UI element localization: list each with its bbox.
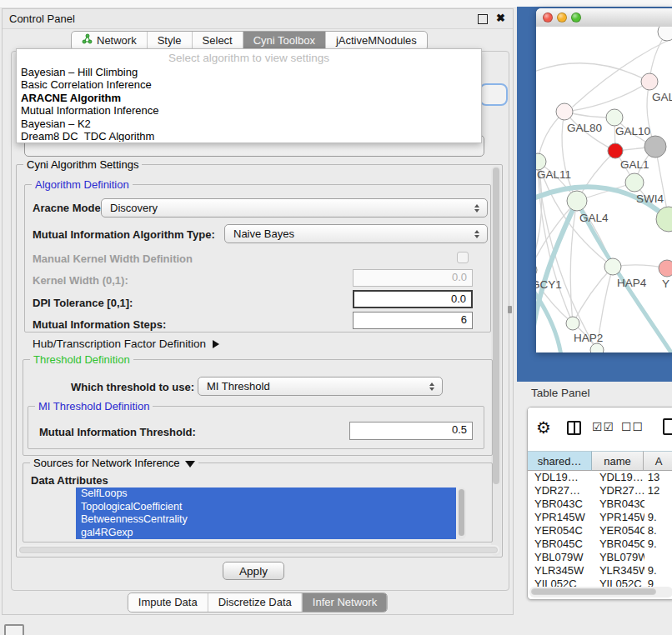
tab-network[interactable]: Network: [72, 32, 147, 50]
table-row[interactable]: YER054CYER054C8.: [528, 524, 672, 538]
unchecked-boxes-icon[interactable]: ☐☐: [621, 420, 644, 433]
network-node-GAL80[interactable]: [556, 103, 573, 120]
settings-horizontal-scrollbar[interactable]: [18, 545, 499, 554]
table-row[interactable]: YBR043CYBR043C: [528, 498, 672, 511]
table-row[interactable]: YBL079WYBL079W: [528, 551, 672, 564]
inference-algorithm-combo-fragment[interactable]: [479, 83, 508, 106]
network-node-node-bottom[interactable]: [590, 343, 604, 352]
network-node-label: HAP2: [574, 332, 603, 344]
expanded-arrow-icon: [185, 461, 195, 468]
float-window-icon[interactable]: [478, 14, 488, 24]
network-node-node-green-1[interactable]: [625, 173, 644, 192]
tab-jactivemnodules[interactable]: jActiveMNodules: [325, 32, 427, 50]
manual-kernel-checkbox[interactable]: [457, 252, 469, 263]
network-node-GAL4[interactable]: [567, 191, 587, 211]
sources-group-title[interactable]: Sources for Network Inference: [30, 457, 198, 469]
network-node-HAP2[interactable]: [566, 317, 579, 330]
dpi-tolerance-field[interactable]: 0.0: [353, 290, 473, 308]
aracne-mode-value: Discovery: [110, 202, 158, 214]
checked-boxes-icon[interactable]: ☑☑: [592, 420, 614, 433]
aracne-mode-label: Aracne Mode:: [33, 202, 104, 214]
combo-arrows-icon: [429, 382, 434, 391]
close-icon[interactable]: ✖: [496, 12, 505, 24]
network-node-GAL[interactable]: [641, 73, 658, 90]
tab-discretize-data[interactable]: Discretize Data: [208, 593, 302, 612]
table-row[interactable]: YLR345WYLR345W9.: [528, 564, 672, 578]
aracne-mode-select[interactable]: Discovery: [101, 198, 488, 218]
table-row[interactable]: YPR145WYPR145W9.: [528, 511, 672, 524]
table-horizontal-scrollbar-thumb[interactable]: [531, 588, 656, 595]
network-node-GCY1[interactable]: [536, 262, 537, 278]
data-attribute-item[interactable]: gal4RGexp: [76, 527, 456, 540]
network-window[interactable]: GALGAL80GAL10GAL1GAL11SWI4GAL4GCY1HAP4YH…: [536, 8, 672, 352]
mi-type-value: Naive Bayes: [233, 228, 294, 240]
zoom-window-icon[interactable]: [571, 12, 581, 22]
table-horizontal-scrollbar[interactable]: [529, 587, 672, 598]
data-attributes-list[interactable]: SelfLoopsTopologicalCoefficientBetweenne…: [76, 488, 456, 539]
hub-definition-toggle[interactable]: Hub/Transcription Factor Definition: [33, 338, 219, 350]
data-attribute-item[interactable]: BetweennessCentrality: [76, 513, 456, 527]
settings-horizontal-scrollbar-thumb[interactable]: [19, 547, 498, 553]
table-cell: 12: [644, 484, 672, 498]
network-window-titlebar[interactable]: [536, 8, 672, 28]
network-node-GAL11[interactable]: [536, 153, 546, 170]
tab-infer-network[interactable]: Infer Network: [302, 593, 387, 612]
split-divider-grip[interactable]: [508, 306, 512, 313]
tab-select[interactable]: Select: [192, 32, 243, 50]
split-column-icon[interactable]: [567, 421, 581, 435]
mi-steps-label: Mutual Information Steps:: [33, 318, 166, 331]
control-panel-titlebar: Control Panel ✖: [3, 9, 513, 29]
mi-threshold-group-title: MI Threshold Definition: [35, 400, 153, 412]
mi-steps-field[interactable]: 6: [353, 312, 473, 329]
kernel-width-label: Kernel Width (0,1):: [33, 274, 128, 287]
network-node-node-gray[interactable]: [644, 136, 666, 158]
tab-impute-data[interactable]: Impute Data: [128, 593, 208, 612]
attributes-scrollbar-thumb[interactable]: [459, 489, 464, 536]
algorithm-option[interactable]: ARACNE Algorithm: [19, 92, 479, 104]
network-node-GAL1[interactable]: [608, 143, 623, 158]
algorithm-option[interactable]: Bayesian – Hill Climbing: [19, 66, 479, 78]
network-node-label: GAL: [652, 91, 672, 103]
data-attribute-item[interactable]: TopologicalCoefficient: [76, 501, 456, 514]
table-row[interactable]: YDR27…YDR27…12: [528, 484, 672, 498]
attributes-scrollbar[interactable]: [457, 488, 466, 539]
network-view-canvas[interactable]: GALGAL80GAL10GAL1GAL11SWI4GAL4GCY1HAP4YH…: [536, 27, 672, 352]
minimize-window-icon[interactable]: [557, 12, 567, 22]
network-node-GAL10[interactable]: [606, 109, 623, 126]
column-header-clipped[interactable]: A: [644, 451, 672, 471]
which-threshold-value: MI Threshold: [207, 380, 270, 392]
algorithm-option[interactable]: Bayesian – K2: [19, 118, 479, 130]
network-node-label: GAL10: [615, 125, 650, 138]
algorithm-option[interactable]: Dream8 DC_TDC Algorithm: [19, 130, 479, 142]
network-edge: [538, 162, 573, 323]
tab-style[interactable]: Style: [147, 32, 192, 50]
data-attribute-item[interactable]: SelfLoops: [76, 488, 456, 501]
close-window-icon[interactable]: [543, 12, 553, 22]
tab-label: Style: [158, 32, 182, 50]
apply-button[interactable]: Apply: [223, 562, 284, 580]
table-cell: 9.: [644, 538, 672, 551]
dpi-tolerance-label: DPI Tolerance [0,1]:: [33, 297, 133, 309]
network-node-node-salmon[interactable]: [659, 260, 672, 277]
table-row[interactable]: YDL19…YDL19…13: [528, 471, 672, 484]
table-cell: YDR27…: [593, 484, 644, 498]
settings-vertical-scrollbar-thumb[interactable]: [493, 168, 499, 484]
table-cell: [644, 551, 672, 564]
mi-threshold-field[interactable]: 0.5: [349, 422, 473, 440]
table-row[interactable]: YBR045CYBR045C9.: [528, 538, 672, 551]
column-header-name[interactable]: name: [592, 451, 643, 471]
algorithm-option[interactable]: Mutual Information Inference: [19, 104, 479, 117]
tab-cyni-toolbox[interactable]: Cyni Toolbox: [243, 32, 325, 50]
mi-type-select[interactable]: Naive Bayes: [224, 224, 488, 243]
tab-label: jActiveMNodules: [336, 32, 417, 50]
table-cell: [644, 498, 672, 511]
algorithm-option[interactable]: Basic Correlation Inference: [19, 78, 479, 91]
gear-icon[interactable]: ⚙: [536, 418, 551, 438]
column-header-shared-name[interactable]: shared…: [528, 451, 592, 471]
minimized-panel-icon[interactable]: [4, 624, 24, 635]
network-node-node-top[interactable]: [658, 27, 672, 41]
which-threshold-select[interactable]: MI Threshold: [198, 377, 443, 396]
kernel-width-field[interactable]: 0.0: [353, 269, 473, 287]
document-icon[interactable]: [663, 418, 672, 435]
network-node-HAP4[interactable]: [604, 258, 621, 275]
